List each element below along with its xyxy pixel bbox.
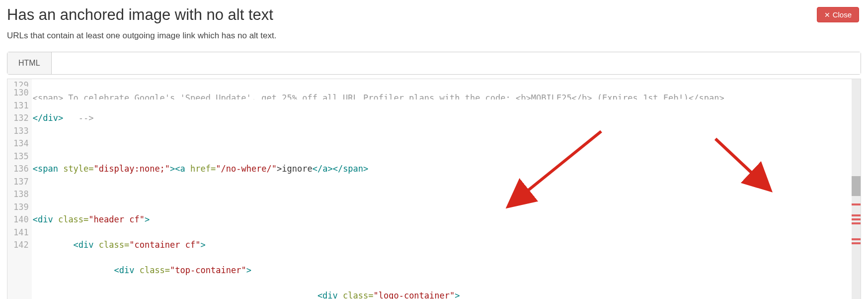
minimap-marker <box>852 218 861 220</box>
close-icon: ✕ <box>824 11 830 19</box>
minimap-marker <box>852 214 861 216</box>
line-gutter: 129 130 131 132 133 134 135 136 137 138 … <box>7 79 32 299</box>
code-editor[interactable]: 129 130 131 132 133 134 135 136 137 138 … <box>7 79 861 299</box>
minimap-viewport[interactable] <box>852 176 861 196</box>
minimap-marker <box>852 238 861 240</box>
tab-bar: HTML <box>7 52 861 75</box>
code-content[interactable]: <span> To celebrate Google's 'Speed Upda… <box>32 79 852 299</box>
close-label: Close <box>833 10 852 19</box>
close-button[interactable]: ✕ Close <box>817 7 859 22</box>
minimap-scrollbar[interactable] <box>852 79 861 299</box>
minimap-marker <box>852 203 861 205</box>
minimap-marker <box>852 242 861 244</box>
tab-bar-empty <box>52 52 861 74</box>
page-subtitle: URLs that contain at least one outgoing … <box>7 31 861 41</box>
tab-html[interactable]: HTML <box>7 52 52 74</box>
minimap-marker <box>852 222 861 224</box>
page-title: Has an anchored image with no alt text <box>7 6 861 24</box>
